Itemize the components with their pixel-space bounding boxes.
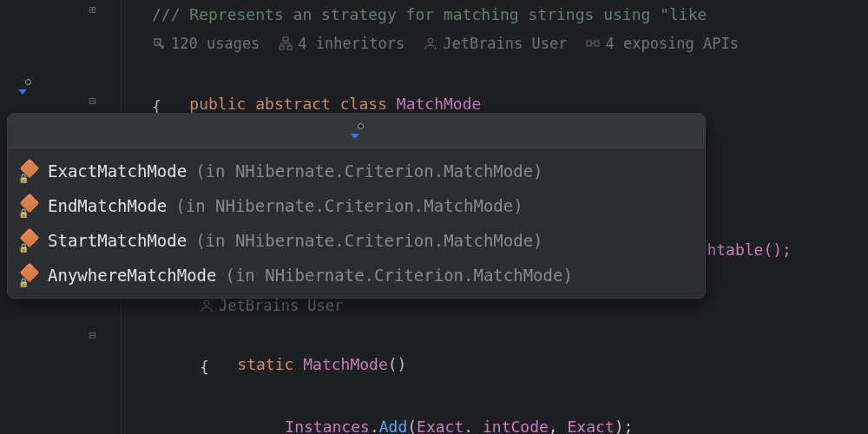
fold-minus-icon[interactable]: ⊟ bbox=[89, 328, 95, 342]
type-name: MatchMode bbox=[397, 95, 482, 113]
api-icon bbox=[586, 36, 600, 50]
doc-comment-line: /// Represents an strategy for matching … bbox=[152, 0, 707, 29]
svg-point-6 bbox=[204, 300, 209, 306]
ctor-open-brace: { bbox=[152, 352, 209, 381]
static-ctor-line: static MatchMode() bbox=[152, 321, 406, 350]
ctor-name: MatchMode bbox=[303, 355, 388, 373]
popup-item-location: (in NHibernate.Criterion.MatchMode) bbox=[195, 231, 542, 250]
svg-point-3 bbox=[428, 38, 433, 43]
author-hint[interactable]: JetBrains User bbox=[200, 297, 343, 314]
popup-item-location: (in NHibernate.Criterion.MatchMode) bbox=[175, 196, 523, 215]
class-icon bbox=[20, 266, 39, 285]
fold-minus-icon[interactable]: ⊟ bbox=[89, 94, 95, 108]
popup-item-name: ExactMatchMode bbox=[48, 161, 187, 181]
svg-rect-5 bbox=[595, 41, 599, 46]
fold-plus-icon[interactable]: ⊞ bbox=[89, 3, 95, 16]
gutter-inheritors-marker[interactable] bbox=[17, 80, 31, 94]
svg-rect-2 bbox=[287, 46, 292, 49]
code-vision-row: 120 usages 4 inheritors JetBrains User 4… bbox=[152, 29, 739, 57]
person-icon bbox=[200, 299, 214, 312]
svg-rect-0 bbox=[283, 37, 288, 41]
svg-rect-1 bbox=[279, 46, 284, 49]
inheritors-popup: ExactMatchMode (in NHibernate.Criterion.… bbox=[7, 113, 706, 299]
keyword-abstract: abstract bbox=[255, 95, 331, 113]
usages-icon bbox=[152, 36, 166, 50]
popup-item[interactable]: AnywhereMatchMode (in NHibernate.Criteri… bbox=[8, 258, 705, 293]
popup-list: ExactMatchMode (in NHibernate.Criterion.… bbox=[8, 148, 705, 298]
keyword-class: class bbox=[340, 95, 387, 113]
class-declaration-line: public abstract class MatchMode bbox=[152, 61, 481, 89]
usages-hint[interactable]: 120 usages bbox=[152, 35, 260, 52]
exposing-apis-hint[interactable]: 4 exposing APIs bbox=[586, 35, 739, 52]
keyword-static: static bbox=[237, 355, 293, 373]
popup-item[interactable]: StartMatchMode (in NHibernate.Criterion.… bbox=[8, 223, 705, 258]
hierarchy-icon bbox=[350, 124, 364, 138]
popup-item-name: AnywhereMatchMode bbox=[48, 266, 216, 285]
popup-item-name: StartMatchMode bbox=[48, 231, 187, 250]
class-icon bbox=[20, 231, 39, 250]
instances-add-line: Instances.Add(Exact._intCode, Exact); bbox=[200, 384, 633, 412]
inheritors-hint[interactable]: 4 inheritors bbox=[279, 35, 404, 52]
popup-item-location: (in NHibernate.Criterion.MatchMode) bbox=[195, 161, 542, 181]
popup-item[interactable]: ExactMatchMode (in NHibernate.Criterion.… bbox=[8, 154, 705, 188]
popup-item-name: EndMatchMode bbox=[48, 196, 167, 215]
svg-rect-4 bbox=[587, 41, 591, 46]
inheritors-icon bbox=[279, 36, 293, 50]
author-hint[interactable]: JetBrains User bbox=[424, 35, 567, 52]
keyword-public: public bbox=[189, 95, 246, 113]
popup-item[interactable]: EndMatchMode (in NHibernate.Criterion.Ma… bbox=[8, 188, 705, 223]
popup-item-location: (in NHibernate.Criterion.MatchMode) bbox=[225, 266, 572, 285]
class-icon bbox=[20, 196, 39, 215]
class-icon bbox=[20, 161, 39, 181]
person-icon bbox=[424, 36, 437, 50]
popup-header[interactable] bbox=[8, 114, 705, 148]
